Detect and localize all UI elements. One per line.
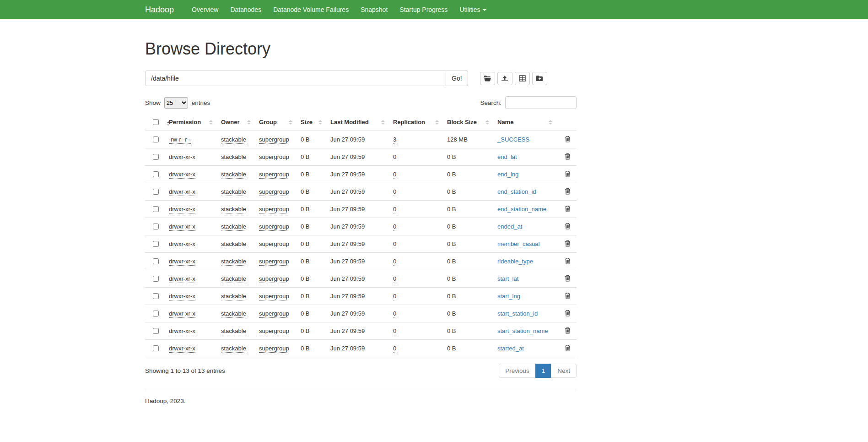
select-all-checkbox[interactable] [153,119,159,125]
file-link[interactable]: ended_at [497,223,522,230]
permission-value[interactable]: -rw-r--r-- [169,136,191,144]
header-name[interactable]: Name [497,114,561,131]
nav-item-utilities-dropdown[interactable]: Utilities [453,1,492,18]
file-link[interactable]: member_casual [497,240,540,247]
row-checkbox[interactable] [153,293,159,299]
folder-open-button[interactable] [480,72,495,85]
replication-value[interactable]: 0 [393,223,396,231]
delete-icon[interactable] [565,170,571,179]
row-checkbox[interactable] [153,328,159,334]
pagination-page-1[interactable]: 1 [535,364,552,378]
nav-item-snapshot[interactable]: Snapshot [355,1,394,18]
row-checkbox[interactable] [153,241,159,247]
row-checkbox[interactable] [153,206,159,212]
replication-value[interactable]: 0 [393,258,396,266]
replication-value[interactable]: 0 [393,171,396,179]
header-block-size[interactable]: Block Size [447,114,497,131]
group-value[interactable]: supergroup [259,327,289,335]
delete-icon[interactable] [565,223,571,231]
header-permission[interactable]: Permission [169,114,221,131]
group-value[interactable]: supergroup [259,153,289,161]
group-value[interactable]: supergroup [259,240,289,248]
group-value[interactable]: supergroup [259,136,289,144]
file-link[interactable]: _SUCCESS [497,136,529,143]
delete-icon[interactable] [565,136,571,144]
file-link[interactable]: end_lng [497,171,518,178]
file-link[interactable]: end_station_name [497,206,546,213]
delete-icon[interactable] [565,257,571,266]
pagination-next[interactable]: Next [551,364,577,378]
row-checkbox[interactable] [153,276,159,282]
row-checkbox[interactable] [153,136,159,142]
owner-value[interactable]: stackable [221,206,246,213]
delete-icon[interactable] [565,275,571,283]
create-directory-button[interactable] [532,72,547,85]
entries-per-page-select[interactable]: 25 [164,97,188,109]
delete-icon[interactable] [565,344,571,353]
permission-value[interactable]: drwxr-xr-x [169,171,195,179]
group-value[interactable]: supergroup [259,345,289,353]
delete-icon[interactable] [565,240,571,248]
replication-value[interactable]: 0 [393,188,396,196]
header-group[interactable]: Group [259,114,301,131]
permission-value[interactable]: drwxr-xr-x [169,327,195,335]
owner-value[interactable]: stackable [221,188,246,196]
pagination-previous[interactable]: Previous [499,364,536,378]
group-value[interactable]: supergroup [259,171,289,179]
owner-value[interactable]: stackable [221,153,246,161]
owner-value[interactable]: stackable [221,258,246,266]
delete-icon[interactable] [565,292,571,300]
owner-value[interactable]: stackable [221,240,246,248]
delete-icon[interactable] [565,188,571,196]
row-checkbox[interactable] [153,311,159,316]
delete-icon[interactable] [565,310,571,318]
group-value[interactable]: supergroup [259,223,289,231]
nav-item-overview[interactable]: Overview [186,1,224,18]
directory-path-input[interactable] [145,71,446,86]
owner-value[interactable]: stackable [221,327,246,335]
row-checkbox[interactable] [153,189,159,195]
owner-value[interactable]: stackable [221,310,246,318]
permission-value[interactable]: drwxr-xr-x [169,206,195,213]
replication-value[interactable]: 0 [393,293,396,300]
header-last-modified[interactable]: Last Modified [330,114,393,131]
permission-value[interactable]: drwxr-xr-x [169,275,195,283]
row-checkbox[interactable] [153,345,159,351]
group-value[interactable]: supergroup [259,275,289,283]
row-checkbox[interactable] [153,171,159,177]
brand-hadoop[interactable]: Hadoop [145,5,174,15]
upload-file-button[interactable] [497,72,512,85]
permission-value[interactable]: drwxr-xr-x [169,153,195,161]
header-size[interactable]: Size [301,114,330,131]
delete-icon[interactable] [565,327,571,335]
permission-value[interactable]: drwxr-xr-x [169,345,195,353]
row-checkbox[interactable] [153,258,159,264]
schema-button[interactable] [515,72,530,85]
nav-item-datanodes[interactable]: Datanodes [224,1,267,18]
replication-value[interactable]: 0 [393,153,396,161]
header-replication[interactable]: Replication [393,114,447,131]
owner-value[interactable]: stackable [221,171,246,179]
delete-icon[interactable] [565,153,571,161]
row-checkbox[interactable] [153,154,159,160]
owner-value[interactable]: stackable [221,136,246,144]
group-value[interactable]: supergroup [259,188,289,196]
owner-value[interactable]: stackable [221,223,246,231]
go-button[interactable]: Go! [446,71,468,86]
file-link[interactable]: started_at [497,345,524,352]
file-link[interactable]: start_lng [497,293,520,300]
header-owner[interactable]: Owner [221,114,259,131]
group-value[interactable]: supergroup [259,206,289,213]
replication-value[interactable]: 0 [393,206,396,213]
group-value[interactable]: supergroup [259,310,289,318]
owner-value[interactable]: stackable [221,293,246,300]
replication-value[interactable]: 0 [393,345,396,353]
owner-value[interactable]: stackable [221,345,246,353]
replication-value[interactable]: 0 [393,310,396,318]
permission-value[interactable]: drwxr-xr-x [169,293,195,300]
replication-value[interactable]: 3 [393,136,396,144]
file-link[interactable]: start_station_name [497,327,548,334]
search-input[interactable] [505,96,577,109]
row-checkbox[interactable] [153,224,159,229]
owner-value[interactable]: stackable [221,275,246,283]
